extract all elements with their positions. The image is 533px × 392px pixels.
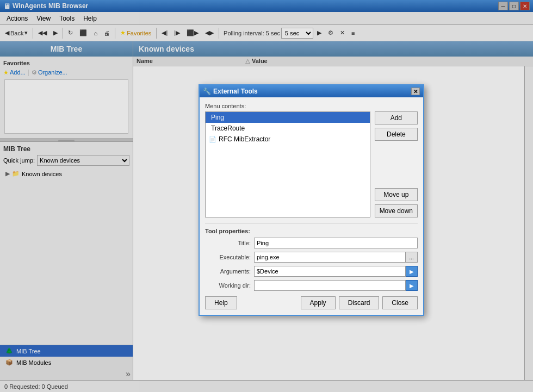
ping-label: Ping [211, 114, 224, 121]
dialog-content: Ping TraceRoute 📄 RFC MibExtractor [205, 111, 418, 217]
apply-button[interactable]: Apply [301, 296, 336, 309]
working-dir-input[interactable] [254, 280, 406, 291]
traceroute-label: TraceRoute [211, 125, 245, 132]
working-dir-prop-row: Working dir: ▶ [205, 280, 418, 291]
arguments-field-container: ▶ [254, 266, 418, 277]
menu-list-item-traceroute[interactable]: TraceRoute [206, 123, 370, 134]
tool-properties: Tool properties: Title: Executable: ... [205, 223, 418, 291]
title-input[interactable] [254, 238, 418, 248]
tool-props-label: Tool properties: [205, 228, 418, 234]
discard-button[interactable]: Discard [339, 296, 380, 309]
help-button[interactable]: Help [205, 296, 237, 309]
arguments-field-label: Arguments: [205, 268, 254, 275]
dialog-footer: Help Apply Discard Close [205, 296, 418, 309]
rfc-doc-icon: 📄 [209, 136, 216, 143]
dialog-title: External Tools [213, 88, 258, 95]
working-dir-insert-button[interactable]: ▶ [406, 280, 418, 291]
menu-list: Ping TraceRoute 📄 RFC MibExtractor [205, 111, 370, 217]
dialog-side-buttons: Add Delete Move up Move down [375, 111, 418, 217]
working-dir-field-container: ▶ [254, 280, 418, 291]
dialog-title-icon: 🔧 [203, 88, 211, 95]
title-field-label: Title: [205, 240, 254, 246]
menu-contents-label: Menu contents: [205, 103, 418, 109]
external-tools-dialog: 🔧 External Tools ✕ Menu contents: Ping [199, 84, 424, 316]
dialog-close-icon[interactable]: ✕ [411, 88, 420, 95]
close-dialog-button[interactable]: Close [382, 296, 418, 309]
dialog-footer-right: Apply Discard Close [301, 296, 418, 309]
dialog-title-bar: 🔧 External Tools ✕ [200, 85, 423, 97]
executable-field-container: ... [254, 252, 418, 263]
menu-list-item-rfc[interactable]: 📄 RFC MibExtractor [206, 134, 370, 145]
move-down-button[interactable]: Move down [375, 204, 418, 217]
menu-list-item-ping[interactable]: Ping [206, 112, 370, 123]
executable-prop-row: Executable: ... [205, 252, 418, 263]
dialog-body: Menu contents: Ping TraceRoute [200, 97, 423, 315]
add-button[interactable]: Add [375, 111, 418, 125]
modal-overlay: 🔧 External Tools ✕ Menu contents: Ping [0, 0, 533, 392]
rfc-label: RFC MibExtractor [219, 135, 270, 143]
executable-field-label: Executable: [205, 254, 254, 260]
working-dir-field-label: Working dir: [205, 282, 254, 289]
move-up-button[interactable]: Move up [375, 188, 418, 201]
delete-button[interactable]: Delete [375, 128, 418, 141]
browse-executable-button[interactable]: ... [406, 252, 418, 263]
arguments-insert-button[interactable]: ▶ [406, 266, 418, 277]
title-prop-row: Title: [205, 238, 418, 248]
menu-list-area: Ping TraceRoute 📄 RFC MibExtractor [205, 111, 370, 217]
executable-input[interactable] [254, 252, 406, 263]
arguments-prop-row: Arguments: ▶ [205, 266, 418, 277]
arguments-input[interactable] [254, 266, 406, 277]
